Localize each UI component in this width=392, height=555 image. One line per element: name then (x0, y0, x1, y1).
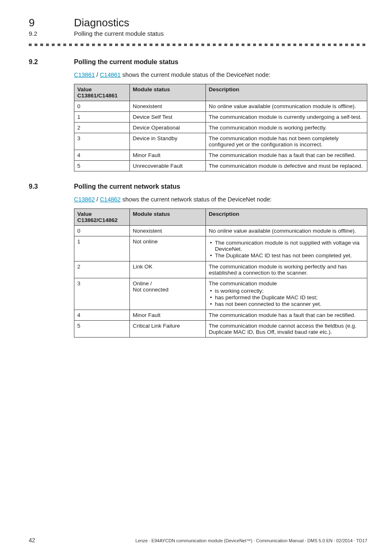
cell-value: 3 (74, 278, 130, 310)
cell-description: The communication module has a fault tha… (206, 150, 367, 161)
cell-description: The communication module is currently un… (206, 112, 367, 123)
cell-value: 1 (74, 112, 130, 123)
table-row: 0NonexistentNo online value available (c… (74, 101, 367, 112)
th-value: Value C13861/C14861 (74, 84, 130, 101)
cell-description: The communication module has a fault tha… (206, 310, 367, 321)
subheader-number: 9.2 (29, 30, 74, 37)
table-row: 5Critical Link FailureThe communication … (74, 321, 367, 338)
cell-description: No online value available (communication… (206, 101, 367, 112)
section-number-9-3: 9.3 (29, 183, 74, 190)
bullet-item: The Duplicate MAC ID test has not been c… (215, 252, 364, 259)
bullet-list: is working correctly;has performed the D… (209, 288, 364, 307)
table-row: 3Device in StandbyThe communication modu… (74, 133, 367, 150)
cell-description: The communication module is not supplied… (206, 236, 367, 261)
table-header-row: Value C13862/C14862 Module status Descri… (74, 209, 367, 226)
cell-value: 4 (74, 150, 130, 161)
link-c14861[interactable]: C14861 (100, 72, 121, 78)
intro-sep-9-3: / (95, 196, 100, 203)
th-module: Module status (130, 84, 206, 101)
cell-module-line: Not connected (133, 287, 203, 293)
table-row: 4Minor FaultThe communication module has… (74, 310, 367, 321)
cell-module: Unrecoverable Fault (130, 161, 206, 171)
table-row: 2Device OperationalThe communication mod… (74, 123, 367, 133)
cell-value: 4 (74, 310, 130, 321)
section-number-9-2: 9.2 (29, 58, 74, 66)
cell-module: Device Operational (130, 123, 206, 133)
link-c14862[interactable]: C14862 (100, 196, 121, 203)
footer-text: Lenze · E94AYCDN communication module (D… (135, 538, 367, 543)
intro-paragraph-9-2: C13861 / C14861 shows the current module… (74, 72, 367, 78)
link-c13861[interactable]: C13861 (74, 72, 95, 78)
module-status-table: Value C13861/C14861 Module status Descri… (74, 84, 367, 171)
cell-description: The communication moduleis working corre… (206, 278, 367, 310)
cell-module: Link OK (130, 261, 206, 278)
table-row: 1Device Self TestThe communication modul… (74, 112, 367, 123)
link-c13862[interactable]: C13862 (74, 196, 95, 203)
bullet-item: is working correctly; (215, 288, 364, 294)
cell-description-lead: The communication module (209, 280, 364, 287)
bullet-list: The communication module is not supplied… (209, 240, 364, 259)
cell-description: The communication module is working perf… (206, 123, 367, 133)
th-description: Description (206, 84, 367, 101)
cell-module: Device Self Test (130, 112, 206, 123)
th-description: Description (206, 209, 367, 226)
cell-value: 2 (74, 261, 130, 278)
page-footer: 42 Lenze · E94AYCDN communication module… (29, 537, 367, 543)
network-status-table: Value C13862/C14862 Module status Descri… (74, 208, 367, 338)
cell-value: 0 (74, 226, 130, 236)
table-header-row: Value C13861/C14861 Module status Descri… (74, 84, 367, 101)
cell-value: 5 (74, 321, 130, 338)
cell-module: Critical Link Failure (130, 321, 206, 338)
chapter-number: 9 (29, 16, 74, 29)
cell-module: Nonexistent (130, 226, 206, 236)
table-row: 5Unrecoverable FaultThe communication mo… (74, 161, 367, 171)
cell-module: Nonexistent (130, 101, 206, 112)
bullet-item: has not been connected to the scanner ye… (215, 301, 364, 307)
intro-tail-9-2: shows the current module status of the D… (121, 72, 270, 78)
table-row: 0NonexistentNo online value available (c… (74, 226, 367, 236)
table-row: 4Minor FaultThe communication module has… (74, 150, 367, 161)
table-row: 2Link OKThe communication module is work… (74, 261, 367, 278)
th-value: Value C13862/C14862 (74, 209, 130, 226)
cell-description: The communication module is working perf… (206, 261, 367, 278)
separator-dashes (29, 44, 367, 46)
bullet-item: The communication module is not supplied… (215, 240, 364, 252)
cell-module: Minor Fault (130, 150, 206, 161)
table-row: 1Not onlineThe communication module is n… (74, 236, 367, 261)
page-number: 42 (29, 537, 35, 543)
cell-value: 2 (74, 123, 130, 133)
intro-tail-9-3: shows the current network status of the … (121, 196, 272, 203)
cell-module: Minor Fault (130, 310, 206, 321)
cell-module-line: Online / (133, 280, 203, 287)
intro-paragraph-9-3: C13862 / C14862 shows the current networ… (74, 196, 367, 203)
chapter-title: Diagnostics (74, 16, 129, 29)
th-module: Module status (130, 209, 206, 226)
intro-sep-9-2: / (95, 72, 100, 78)
cell-module: Device in Standby (130, 133, 206, 150)
cell-description: The communication module has not been co… (206, 133, 367, 150)
section-title-9-2: Polling the current module status (74, 58, 178, 66)
section-title-9-3: Polling the current network status (74, 183, 180, 190)
cell-value: 1 (74, 236, 130, 261)
cell-value: 5 (74, 161, 130, 171)
table-row: 3Online /Not connectedThe communication … (74, 278, 367, 310)
cell-description: The communication module cannot access t… (206, 321, 367, 338)
cell-description: The communication module is defective an… (206, 161, 367, 171)
cell-description: No online value available (communication… (206, 226, 367, 236)
cell-value: 3 (74, 133, 130, 150)
subheader-title: Polling the current module status (74, 30, 164, 37)
cell-module: Online /Not connected (130, 278, 206, 310)
bullet-item: has performed the Duplicate MAC ID test; (215, 294, 364, 301)
cell-module: Not online (130, 236, 206, 261)
cell-value: 0 (74, 101, 130, 112)
